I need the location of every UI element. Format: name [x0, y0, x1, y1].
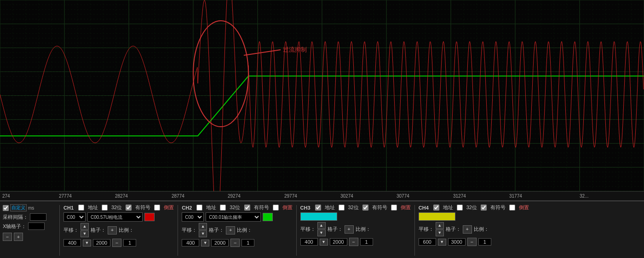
ch1-scale-input[interactable]: [123, 239, 136, 246]
ch4-offset-up[interactable]: ▲: [436, 222, 444, 229]
ch1-offset-down2[interactable]: ▼: [83, 240, 91, 246]
ch1-offset-down[interactable]: ▼: [80, 230, 89, 237]
ch3-grid-input[interactable]: [330, 238, 347, 246]
ch1-color-swatch[interactable]: [144, 213, 155, 221]
ch2-offset-input[interactable]: [182, 239, 199, 246]
ch2-addr-checkbox[interactable]: [196, 205, 202, 211]
ch1-addr-checkbox[interactable]: [78, 205, 84, 211]
sample-input[interactable]: 2: [30, 213, 46, 221]
controls-panel: 自定义 ms 采样间隔： 2 X轴格子： 500 − + CH1 地址 32位 …: [0, 200, 644, 258]
ch2-select1[interactable]: C00: [182, 212, 204, 222]
ch3-offset-input[interactable]: [300, 238, 318, 246]
ch2-32bit-label: 32位: [230, 204, 240, 211]
ch2-offset-up[interactable]: ▲: [199, 223, 207, 230]
ch4-offset-input[interactable]: [419, 238, 436, 246]
ch1-title: CH1: [63, 205, 75, 211]
ch2-offset-arrows: ▲ ▼: [199, 223, 207, 237]
ch4-offset-down[interactable]: ▼: [436, 229, 444, 236]
ch2-signed-checkbox[interactable]: [244, 205, 250, 211]
custom-checkbox-row: 自定义 ms: [3, 204, 56, 211]
ch4-scale-label: 比例：: [474, 226, 489, 233]
ch1-offset-up[interactable]: ▲: [80, 223, 89, 230]
ch2-32bit-checkbox[interactable]: [220, 205, 226, 211]
ch4-signed-label: 有符号: [490, 204, 506, 211]
ch2-grid-minus[interactable]: −: [230, 239, 240, 247]
ch4-grid-plus[interactable]: +: [463, 225, 472, 234]
ch1-select2[interactable]: C00.57U相电流: [87, 212, 143, 222]
ch4-invert-checkbox[interactable]: [509, 205, 515, 211]
ch3-offset-down[interactable]: ▼: [317, 229, 326, 236]
left-panel: 自定义 ms 采样间隔： 2 X轴格子： 500 − +: [3, 203, 56, 241]
ch2-addr-label: 地址: [206, 204, 216, 211]
ch4-addr-checkbox[interactable]: [433, 205, 439, 211]
ch4-signed-checkbox[interactable]: [481, 205, 487, 211]
ch4-color-swatch[interactable]: [419, 212, 455, 221]
ch3-color-swatch[interactable]: [300, 212, 337, 221]
ch1-grid-minus[interactable]: −: [112, 239, 121, 247]
ch3-addr-row: [300, 212, 411, 221]
time-label-5: 29774: [284, 194, 297, 199]
ch1-grid-plus[interactable]: +: [108, 226, 117, 235]
ch4-32bit-checkbox[interactable]: [457, 205, 463, 211]
ch1-grid-input[interactable]: [93, 239, 110, 246]
xgrid-input[interactable]: 500: [28, 223, 45, 230]
ch3-offset-down2[interactable]: ▼: [320, 239, 328, 246]
ch2-grid-plus[interactable]: +: [226, 226, 235, 235]
xgrid-row: X轴格子： 500: [3, 223, 56, 230]
ch4-grid-input[interactable]: [448, 238, 466, 246]
ch4-offset-down2[interactable]: ▼: [438, 239, 446, 246]
ch4-down-arrow: ▼: [438, 239, 446, 246]
time-label-3: 28774: [172, 194, 184, 199]
ch3-addr-label: 地址: [325, 204, 335, 211]
ch2-select2[interactable]: C00.01输出频率: [206, 212, 261, 222]
sample-label: 采样间隔：: [3, 214, 28, 221]
time-label-2: 28274: [115, 194, 128, 199]
ch1-addr-label: 地址: [88, 204, 98, 211]
ch2-color-swatch[interactable]: [263, 213, 273, 221]
ch1-invert-checkbox[interactable]: [154, 205, 160, 211]
ch3-32bit-checkbox[interactable]: [339, 205, 345, 211]
ch2-invert-checkbox[interactable]: [273, 205, 279, 211]
ch1-grid-label: 格子：: [91, 227, 106, 234]
ch1-offset-input[interactable]: [63, 239, 81, 246]
ch2-header: CH2 地址 32位 有符号 倒置: [182, 204, 292, 211]
ch3-controls-row: 平移： ▲ ▼ 格子： + 比例：: [300, 222, 411, 236]
ch4-controls-row: 平移： ▲ ▼ 格子： + 比例：: [419, 222, 529, 236]
ch3-scale-input[interactable]: [360, 238, 373, 246]
ch4-offset-label: 平移：: [419, 226, 434, 233]
signal-canvas: [0, 0, 644, 191]
ch2-scale-input[interactable]: [242, 239, 254, 246]
ch2-down-arrow: ▼: [201, 240, 209, 246]
ch1-signed-checkbox[interactable]: [126, 205, 132, 211]
ch3-offset-up[interactable]: ▲: [317, 222, 326, 229]
ch2-grid-input[interactable]: [211, 239, 229, 246]
ch4-addr-label: 地址: [443, 204, 453, 211]
ch3-addr-checkbox[interactable]: [315, 205, 321, 211]
ch4-offset-arrows: ▲ ▼: [436, 222, 444, 236]
ch3-invert-label: 倒置: [401, 204, 411, 211]
ch3-signed-checkbox[interactable]: [362, 205, 368, 211]
ch1-select1[interactable]: C00: [63, 212, 86, 222]
time-label-6: 30274: [340, 194, 353, 199]
ch4-grid-label: 格子：: [446, 226, 461, 233]
ch4-grid-minus[interactable]: −: [467, 238, 477, 246]
sample-row: 采样间隔： 2: [3, 213, 56, 221]
ch1-32bit-checkbox[interactable]: [102, 205, 108, 211]
time-label-4: 29274: [228, 194, 241, 199]
divider-4: [414, 205, 415, 256]
ch4-addr-row: [419, 212, 529, 221]
zoom-out-button[interactable]: −: [3, 233, 12, 241]
ch4-panel: CH4 地址 32位 有符号 倒置 平移： ▲ ▼ 格子： + 比例：: [419, 203, 529, 246]
ch1-scale-label: 比例：: [119, 227, 134, 234]
zoom-in-button[interactable]: +: [14, 233, 23, 241]
ch2-offset-down[interactable]: ▼: [199, 230, 207, 237]
ch2-addr-row: C00 C00.01输出频率: [182, 212, 292, 222]
ch2-offset-down2[interactable]: ▼: [201, 240, 209, 246]
divider-1: [59, 205, 60, 256]
ch3-grid-minus[interactable]: −: [349, 238, 358, 246]
ch4-scale-input[interactable]: [478, 238, 491, 246]
ch3-offset-label: 平移：: [300, 226, 316, 233]
ch3-invert-checkbox[interactable]: [391, 205, 397, 211]
custom-checkbox[interactable]: [3, 205, 9, 211]
ch3-grid-plus[interactable]: +: [345, 225, 354, 234]
